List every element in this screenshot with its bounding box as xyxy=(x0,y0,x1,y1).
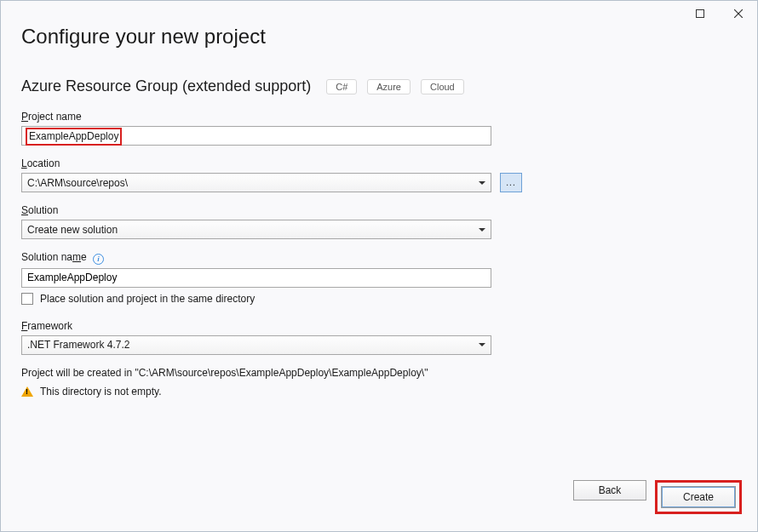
tag-group: C# Azure Cloud xyxy=(326,79,464,94)
chevron-down-icon xyxy=(479,228,485,232)
page-title: Configure your new project xyxy=(21,25,737,49)
same-directory-label: Place solution and project in the same d… xyxy=(40,293,255,305)
solution-label: Solution xyxy=(21,204,737,216)
svg-rect-0 xyxy=(696,10,703,18)
create-button-highlight: Create xyxy=(655,480,742,514)
solution-name-input[interactable] xyxy=(21,268,491,288)
close-button[interactable] xyxy=(719,1,757,26)
maximize-icon xyxy=(696,9,704,18)
location-value: C:\ARM\source\repos\ xyxy=(27,177,128,189)
create-button[interactable]: Create xyxy=(661,486,736,508)
solution-value: Create new solution xyxy=(27,224,118,236)
project-name-label: Project name xyxy=(21,111,737,123)
window-titlebar xyxy=(680,1,757,26)
back-button[interactable]: Back xyxy=(573,480,646,501)
warning-icon xyxy=(21,386,33,397)
same-directory-checkbox[interactable] xyxy=(21,293,33,305)
solution-name-label: Solution name i xyxy=(21,251,737,265)
framework-value: .NET Framework 4.7.2 xyxy=(27,339,129,351)
chevron-down-icon xyxy=(479,181,485,185)
framework-label: Framework xyxy=(21,320,737,332)
maximize-button[interactable] xyxy=(680,1,719,26)
project-name-input[interactable]: ExampleAppDeploy xyxy=(21,126,491,146)
project-name-value: ExampleAppDeploy xyxy=(26,128,122,146)
project-type-subtitle: Azure Resource Group (extended support) xyxy=(21,77,311,95)
tag-cloud: Cloud xyxy=(421,79,464,94)
tag-csharp: C# xyxy=(326,79,357,94)
solution-combo[interactable]: Create new solution xyxy=(21,220,491,239)
location-label: Location xyxy=(21,157,737,169)
browse-location-button[interactable]: ... xyxy=(500,173,522,192)
creation-path-note: Project will be created in "C:\ARM\sourc… xyxy=(21,367,737,379)
location-combo[interactable]: C:\ARM\source\repos\ xyxy=(21,173,491,192)
close-icon xyxy=(734,9,743,18)
info-icon[interactable]: i xyxy=(93,254,104,265)
warning-text: This directory is not empty. xyxy=(40,386,162,398)
framework-combo[interactable]: .NET Framework 4.7.2 xyxy=(21,335,491,355)
tag-azure: Azure xyxy=(367,79,411,94)
chevron-down-icon xyxy=(479,343,485,346)
